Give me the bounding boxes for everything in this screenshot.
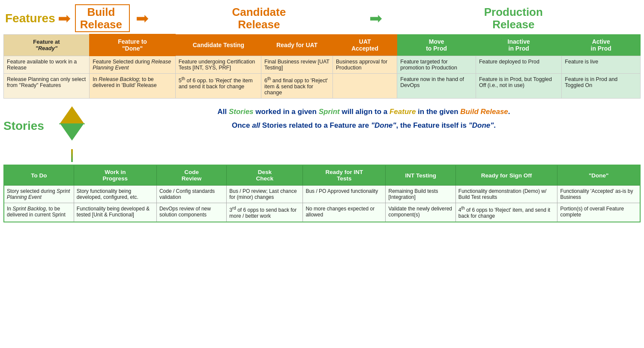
stories-cell-int-r1: Bus / PO Approved functionality	[303, 186, 386, 203]
build-to-candidate-arrow-icon: ➡	[136, 9, 149, 27]
build-release-segment: BuildRelease	[75, 4, 130, 32]
stories-row-2: In Sprint Backlog, to be delivered in cu…	[4, 203, 640, 222]
production-release-segment: ProductionRelease	[386, 6, 641, 30]
stories-col-code-review: CodeReview	[156, 165, 226, 186]
stories-cell-desk-r1: Bus / PO review; Last chance for (minor)…	[227, 186, 303, 203]
features-table: Feature at"Ready" Feature to"Done" Candi…	[3, 34, 641, 99]
middle-line1: All Stories worked in a given Sprint wil…	[93, 106, 634, 117]
candidate-to-prod-arrow-icon: ➡	[369, 9, 382, 27]
cell-feature-done-r2: In Release Backlog; to be delivered in '…	[90, 74, 175, 99]
cell-active-prod-r2: Feature is in Prod and Toggled On	[562, 74, 641, 99]
col-candidate-testing: Candidate Testing	[175, 34, 261, 56]
stories-table: To Do Work inProgress CodeReview DeskChe…	[3, 165, 641, 222]
top-header: Features ➡ BuildRelease ➡ CandidateRelea…	[3, 4, 641, 32]
page-wrapper: Features ➡ BuildRelease ➡ CandidateRelea…	[0, 0, 644, 227]
cell-candidate-testing-r1: Feature undergoing Certification Tests […	[175, 56, 261, 74]
stories-col-done: "Done"	[557, 165, 640, 186]
stories-cell-code-r2: DevOps review of new solution components	[156, 203, 226, 222]
cell-candidate-testing-r2: 5th of 6 opp. to 'Reject' the item and s…	[175, 74, 261, 99]
col-inactive-prod: Inactivein Prod	[476, 34, 561, 56]
stories-col-int-testing: INT Testing	[386, 165, 455, 186]
cell-feature-done-r1: Feature Selected during Release Planning…	[90, 56, 175, 74]
stories-cell-int-r2: No more changes expected or allowed	[303, 203, 386, 222]
cell-ready-r1: Feature available to work in a Release	[4, 56, 90, 74]
col-feature-ready: Feature at"Ready"	[4, 34, 90, 56]
middle-section: Stories All Stories worked i	[3, 102, 641, 162]
stories-col-ready-signoff: Ready for Sign Off	[455, 165, 557, 186]
cell-ready-r2: Release Planning can only select from "R…	[4, 74, 90, 99]
build-release-title: BuildRelease	[80, 6, 122, 30]
cell-active-prod-r1: Feature is live	[562, 56, 641, 74]
features-segment: Features ➡	[5, 9, 75, 27]
stories-cell-signoff-r1: Functionality demonstration (Demo) w/ Bu…	[455, 186, 557, 203]
features-title: Features	[5, 12, 55, 25]
stories-label-area: Stories	[3, 102, 55, 133]
stories-row-1: Story selected during Sprint Planning Ev…	[4, 186, 640, 203]
cell-inactive-prod-r2: Feature is in Prod, but Toggled Off (i.e…	[476, 74, 561, 99]
stories-title: Stories	[3, 119, 44, 132]
cell-move-prod-r1: Feature targeted for promotion to Produc…	[397, 56, 476, 74]
stories-cell-int-testing-r1: Remaining Build tests [Integration]	[386, 186, 455, 203]
stories-cell-int-testing-r2: Validate the newly delivered component(s…	[386, 203, 455, 222]
stories-col-wip: Work inProgress	[74, 165, 156, 186]
stories-cell-todo-r2: In Sprint Backlog, to be delivered in cu…	[4, 203, 74, 222]
cell-uat-accepted-r1: Business approval for Production	[333, 56, 397, 74]
stories-cell-todo-r1: Story selected during Sprint Planning Ev…	[4, 186, 74, 203]
features-row-2: Release Planning can only select from "R…	[4, 74, 641, 99]
stories-cell-signoff-r2: 4th of 6 opps to 'Reject' item, and send…	[455, 203, 557, 222]
stories-col-todo: To Do	[4, 165, 74, 186]
cell-move-prod-r2: Feature now in the hand of DevOps	[397, 74, 476, 99]
middle-text-area: All Stories worked in a given Sprint wil…	[89, 102, 641, 133]
stories-cell-code-r1: Code / Config standards validation	[156, 186, 226, 203]
stories-header-row: To Do Work inProgress CodeReview DeskChe…	[4, 165, 640, 186]
cell-ready-uat-r2: 6th and final opp to 'Reject' item & sen…	[261, 74, 333, 99]
stories-cell-wip-r1: Story functionality being developed, con…	[74, 186, 156, 203]
col-active-prod: Activein Prod	[562, 34, 641, 56]
middle-line2: Once all Stories related to a Feature ar…	[93, 120, 634, 131]
stories-cell-done-r2: Portion(s) of overall Feature complete	[557, 203, 640, 222]
col-uat-accepted: UATAccepted	[333, 34, 397, 56]
stories-cell-wip-r2: Functionality being developed & tested […	[74, 203, 156, 222]
candidate-release-title: CandidateRelease	[153, 6, 365, 30]
stories-cell-desk-r2: 3rd of 6 opps to send back for more / be…	[227, 203, 303, 222]
features-row-1: Feature available to work in a Release F…	[4, 56, 641, 74]
col-move-to-prod: Moveto Prod	[397, 34, 476, 56]
features-to-build-arrow-icon: ➡	[58, 9, 71, 27]
candidate-release-segment: CandidateRelease	[153, 6, 365, 30]
col-ready-uat: Ready for UAT	[261, 34, 333, 56]
stories-col-desk-check: DeskCheck	[227, 165, 303, 186]
stories-cell-done-r1: Functionality 'Accepted' as-is by Busine…	[557, 186, 640, 203]
cell-ready-uat-r1: Final Business review [UAT Testing]	[261, 56, 333, 74]
col-feature-done: Feature to"Done"	[90, 34, 175, 56]
cell-uat-accepted-r2	[333, 74, 397, 99]
features-header-row: Feature at"Ready" Feature to"Done" Candi…	[4, 34, 641, 56]
stories-col-ready-int: Ready for INTTests	[303, 165, 386, 186]
cell-inactive-prod-r1: Feature deployed to Prod	[476, 56, 561, 74]
double-arrow-column	[55, 104, 89, 162]
production-release-title: ProductionRelease	[386, 6, 641, 30]
